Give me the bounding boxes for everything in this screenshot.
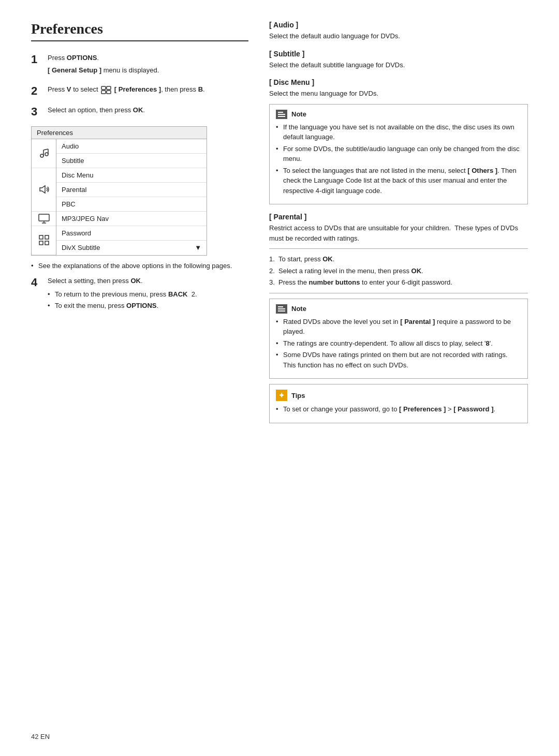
tips-bullets: To set or change your password, go to [ … (276, 404, 521, 414)
icon-music (32, 139, 56, 168)
page-layout: Preferences 1 Press OPTIONS. [ General S… (31, 21, 528, 428)
note-icon-1 (276, 110, 287, 119)
step-4: 4 Select a setting, then press OK. To re… (31, 276, 248, 314)
prefs-table-body: Audio Subtitle Disc Menu Parental PBC MP… (32, 139, 207, 255)
svg-rect-1 (107, 86, 111, 90)
note-label-1: Note (291, 110, 306, 118)
svg-point-8 (45, 153, 48, 156)
step-3-number: 3 (31, 105, 42, 118)
parental-divider-bottom (269, 293, 528, 293)
svg-rect-15 (39, 241, 43, 245)
subtitle-heading: [ Subtitle ] (269, 50, 528, 58)
note-1-bullet-2: For some DVDs, the subtitle/audio langua… (276, 144, 521, 164)
pref-item-subtitle: Subtitle (56, 154, 207, 168)
svg-point-4 (40, 154, 43, 157)
speaker-icon-svg (38, 183, 50, 196)
note-1-bullets: If the language you have set is not avai… (276, 122, 521, 196)
tips-header: ✦ Tips (276, 390, 521, 401)
note-2-bullets: Rated DVDs above the level you set in [ … (276, 317, 521, 370)
svg-rect-10 (39, 214, 49, 221)
svg-rect-0 (101, 86, 106, 90)
note-line-3 (278, 116, 285, 117)
step-2-number: 2 (31, 84, 42, 98)
note-line-b (278, 308, 285, 309)
tips-icon: ✦ (276, 390, 287, 401)
prefs-icons-col (32, 139, 56, 255)
pref-item-disc-menu: Disc Menu (56, 168, 207, 183)
step-3-line-1: Select an option, then press OK. (48, 105, 248, 115)
pref-item-audio: Audio (56, 139, 207, 154)
note-box-1: Note If the language you have set is not… (269, 104, 528, 205)
step-4-content: Select a setting, then press OK. To retu… (48, 276, 248, 314)
tips-bullet-1: To set or change your password, go to [ … (276, 404, 521, 414)
svg-line-6 (43, 149, 48, 150)
step-3: 3 Select an option, then press OK. (31, 105, 248, 118)
note-box-2: Note Rated DVDs above the level you set … (269, 299, 528, 379)
disc-menu-text: Select the menu language for DVDs. (269, 88, 528, 99)
left-column: Preferences 1 Press OPTIONS. [ General S… (31, 21, 248, 428)
note-icon-2 (276, 304, 287, 314)
step-2: 2 Press V to select [ Preferences ], the… (31, 84, 248, 98)
prefs-table-title: Preferences (32, 127, 207, 139)
audio-heading: [ Audio ] (269, 21, 528, 29)
monitor-icon-svg (38, 212, 50, 225)
parental-heading: [ Parental ] (269, 213, 528, 221)
svg-rect-13 (39, 235, 43, 239)
tips-label: Tips (291, 392, 305, 399)
note-header-2: Note (276, 304, 521, 314)
note-icon-lines-1 (278, 112, 285, 117)
step-4-bullet-2: To exit the menu, press OPTIONS. (48, 301, 248, 311)
svg-rect-2 (101, 91, 106, 94)
subtitle-text: Select the default subtitle language for… (269, 60, 528, 70)
step-1-number: 1 (31, 53, 42, 66)
note-label-2: Note (291, 305, 306, 313)
svg-rect-16 (45, 241, 49, 245)
pref-item-parental: Parental (56, 183, 207, 197)
icon-grid (32, 226, 56, 255)
icon-speaker (32, 168, 56, 212)
step-1: 1 Press OPTIONS. [ General Setup ] menu … (31, 53, 248, 77)
step-2-content: Press V to select [ Preferences ], then … (48, 84, 248, 97)
table-note-bullets: See the explanations of the above option… (31, 261, 248, 271)
preferences-icon-svg (101, 86, 111, 94)
step-1-content: Press OPTIONS. [ General Setup ] menu is… (48, 53, 248, 77)
step-4-number: 4 (31, 276, 42, 289)
preferences-table: Preferences (31, 126, 207, 256)
step-4-bullet-1: To return to the previous menu, press BA… (48, 289, 248, 300)
note-line-1 (278, 112, 283, 113)
right-column: [ Audio ] Select the default audio langu… (269, 21, 528, 428)
pref-item-password: Password (56, 226, 207, 241)
pref-item-divx-label: DivX Subtitle (62, 244, 100, 251)
svg-marker-9 (40, 186, 45, 193)
audio-text: Select the default audio language for DV… (269, 31, 528, 41)
music-icon-svg (38, 147, 50, 159)
tips-box: ✦ Tips To set or change your password, g… (269, 384, 528, 423)
step-3-content: Select an option, then press OK. (48, 105, 248, 117)
step-4-bullets: To return to the previous menu, press BA… (48, 289, 248, 311)
pref-item-divx: DivX Subtitle ▼ (56, 241, 207, 255)
note-2-bullet-2: The ratings are country-dependent. To al… (276, 338, 521, 349)
table-note-item-1: See the explanations of the above option… (31, 261, 248, 271)
prefs-items-col: Audio Subtitle Disc Menu Parental PBC MP… (56, 139, 207, 255)
note-line-a (278, 306, 283, 307)
parental-steps: 1.To start, press OK. 2.Select a rating … (269, 254, 528, 288)
page-title: Preferences (31, 21, 248, 41)
note-1-bullet-1: If the language you have set is not avai… (276, 122, 521, 142)
note-2-bullet-3: Some DVDs have ratings printed on them b… (276, 350, 521, 370)
parental-step-1: 1.To start, press OK. (269, 254, 528, 264)
icon-monitor (32, 212, 56, 226)
note-icon-lines-2 (278, 306, 285, 312)
step-2-line-1: Press V to select [ Preferences ], then … (48, 84, 248, 95)
pref-item-mp3: MP3/JPEG Nav (56, 212, 207, 226)
disc-menu-heading: [ Disc Menu ] (269, 78, 528, 86)
page-footer: 42 EN (31, 733, 50, 740)
step-1-line-2: [ General Setup ] menu is displayed. (48, 65, 248, 76)
note-2-bullet-1: Rated DVDs above the level you set in [ … (276, 317, 521, 337)
parental-divider-top (269, 248, 528, 249)
step-1-line-1: Press OPTIONS. (48, 53, 248, 63)
step-4-main: Select a setting, then press OK. (48, 276, 248, 286)
svg-rect-3 (107, 91, 111, 94)
svg-rect-14 (45, 235, 49, 239)
pref-item-divx-arrow: ▼ (195, 244, 201, 251)
pref-item-pbc: PBC (56, 197, 207, 212)
